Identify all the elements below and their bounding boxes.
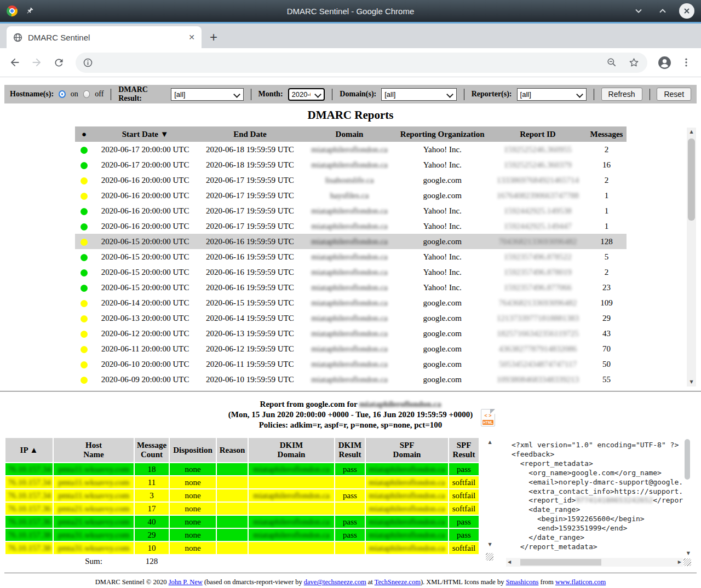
detail-cell-dkim-domain: miataphileroflondon.ca (249, 516, 334, 528)
header-reporting-organization[interactable]: Reporting Organization (396, 126, 489, 142)
scroll-thumb[interactable] (688, 139, 695, 221)
redacted-report-id: 4363827787914832086 (499, 344, 577, 353)
header-messages[interactable]: Messages (587, 126, 626, 142)
report-row[interactable]: 2020-06-09 20:00:00 UTC2020-06-10 19:59:… (75, 372, 627, 387)
report-row[interactable]: 2020-06-16 20:00:00 UTC2020-06-17 19:59:… (75, 188, 627, 203)
header-reason[interactable]: Reason (217, 438, 248, 462)
report-row[interactable]: 2020-06-15 20:00:00 UTC2020-06-16 19:59:… (75, 280, 627, 295)
header-end-date[interactable]: End Date (197, 126, 303, 142)
header-report-id[interactable]: Report ID (489, 126, 587, 142)
info-icon[interactable] (83, 58, 93, 67)
report-row[interactable]: 2020-06-15 20:00:00 UTC2020-06-16 19:59:… (75, 264, 627, 280)
scroll-up-icon[interactable]: ▲ (485, 438, 495, 447)
report-row[interactable]: 2020-06-12 20:00:00 UTC2020-06-13 19:59:… (75, 326, 627, 341)
detail-resize-grip[interactable] (486, 553, 493, 561)
report-cell-report-id: 18257166342356119725 (489, 326, 587, 341)
sum-empty-cell (170, 555, 479, 567)
header-disposition[interactable]: Disposition (170, 438, 216, 462)
footer-link[interactable]: Smashicons (506, 578, 539, 586)
report-row[interactable]: 2020-06-16 20:00:00 UTC2020-06-17 19:59:… (75, 203, 627, 218)
scroll-right-icon[interactable]: ▶ (678, 560, 681, 564)
report-cell-end-date: 2020-06-16 19:59:59 UTC (197, 280, 303, 295)
bookmark-star-icon[interactable] (628, 57, 640, 68)
url-input[interactable] (98, 58, 601, 67)
report-row[interactable]: 2020-06-17 20:00:00 UTC2020-06-18 19:59:… (75, 157, 627, 172)
header-dkim-domain[interactable]: DKIM Domain (249, 438, 334, 462)
xml-horizontal-scrollbar[interactable]: ◀ ▶ (506, 558, 683, 567)
scroll-up-icon[interactable]: ▲ (687, 128, 696, 136)
hostname-off-label[interactable]: off (95, 90, 104, 99)
header-domain[interactable]: Domain (303, 126, 396, 142)
footer-link[interactable]: dave@techsneeze.com (304, 578, 366, 586)
report-cell-messages: 5 (587, 249, 626, 264)
refresh-button[interactable]: Refresh (601, 88, 642, 101)
header-status-dot[interactable]: ● (75, 126, 94, 142)
status-dot-icon (81, 361, 88, 368)
section-divider (0, 391, 701, 392)
report-row[interactable]: 2020-06-15 20:00:00 UTC2020-06-16 19:59:… (75, 249, 627, 264)
hostname-on-radio[interactable] (59, 90, 66, 98)
address-bar[interactable] (76, 53, 647, 73)
detail-cell-disposition: none (170, 529, 216, 541)
reload-button[interactable] (49, 53, 68, 72)
hostname-on-label[interactable]: on (71, 90, 78, 99)
reports-scrollbar[interactable]: ▲ ▼ (687, 128, 696, 387)
header-message-count[interactable]: Message Count (135, 438, 169, 462)
back-button[interactable] (5, 53, 24, 72)
dmarc-result-select[interactable]: [all] (171, 88, 243, 101)
scroll-down-icon[interactable]: ▼ (687, 378, 696, 387)
domain-select[interactable]: [all] (381, 88, 457, 101)
report-row[interactable]: 2020-06-16 20:00:00 UTC2020-06-17 19:59:… (75, 172, 627, 188)
redacted-text: miataphileroflondon.ca (253, 465, 330, 474)
report-row[interactable]: 2020-06-15 20:00:00 UTC2020-06-16 19:59:… (75, 234, 627, 249)
report-row[interactable]: 2020-06-13 20:00:00 UTC2020-06-14 19:59:… (75, 310, 627, 326)
avatar-button[interactable] (655, 53, 674, 72)
sum-empty-cell (5, 555, 53, 567)
xml-resize-grip[interactable] (683, 558, 691, 566)
zoom-out-icon[interactable] (606, 57, 617, 68)
month-select[interactable]: 2020-06 (288, 88, 325, 101)
tab-dmarc-sentinel[interactable]: DMARC Sentinel ✕ (7, 26, 202, 48)
footer-link[interactable]: John P. New (169, 578, 203, 586)
hostname-off-radio[interactable] (83, 90, 90, 98)
scroll-thumb[interactable] (520, 559, 601, 566)
footer-link[interactable]: www.flaticon.com (555, 578, 606, 586)
reset-button[interactable]: Reset (657, 88, 691, 101)
tab-close-icon[interactable]: ✕ (188, 33, 195, 42)
xml-source-panel[interactable]: <?xml version="1.0" encoding="UTF-8" ?> … (506, 437, 691, 567)
scroll-down-icon[interactable]: ▼ (485, 540, 495, 549)
scroll-left-icon[interactable]: ◀ (508, 560, 511, 564)
header-dkim-result[interactable]: DKIM Result (335, 438, 365, 462)
header-start-date[interactable]: Start Date ▼ (93, 126, 197, 142)
report-cell-messages: 50 (587, 356, 626, 372)
scroll-down-icon[interactable]: ▼ (687, 551, 690, 556)
footer-link[interactable]: TechSneeze.com (375, 578, 421, 586)
reporter-select[interactable]: [all] (517, 88, 587, 101)
new-tab-button[interactable]: + (202, 26, 226, 48)
report-cell-org: google.com (396, 326, 489, 341)
header-spf-domain[interactable]: SPF Domain (366, 438, 448, 462)
report-row[interactable]: 2020-06-10 20:00:00 UTC2020-06-11 19:59:… (75, 356, 627, 372)
detail-cell-reason (217, 489, 248, 501)
report-cell-messages: 1 (587, 218, 626, 234)
report-cell-status (75, 157, 94, 172)
report-row[interactable]: 2020-06-16 20:00:00 UTC2020-06-17 19:59:… (75, 218, 627, 234)
window-close-button[interactable] (679, 3, 694, 19)
header-host-name[interactable]: Host Name (54, 438, 134, 462)
window-maximize-button[interactable] (655, 3, 670, 19)
header-ip[interactable]: IP ▲ (5, 438, 53, 462)
scroll-thumb[interactable] (685, 439, 690, 480)
report-row[interactable]: 2020-06-11 20:00:00 UTC2020-06-12 19:59:… (75, 341, 627, 356)
report-row[interactable]: 2020-06-14 20:00:00 UTC2020-06-15 19:59:… (75, 295, 627, 310)
header-spf-result[interactable]: SPF Result (449, 438, 479, 462)
menu-button[interactable] (677, 53, 696, 72)
xml-vertical-scrollbar[interactable]: ▼ (683, 437, 691, 558)
report-cell-start-date: 2020-06-16 20:00:00 UTC (93, 203, 197, 218)
detail-cell-host: pmta11.wksavvy.com (54, 476, 134, 488)
forward-button[interactable] (27, 53, 46, 72)
detail-scrollbar[interactable]: ▲ ▼ (485, 438, 494, 549)
html-file-icon[interactable]: < > HTML (481, 409, 495, 426)
report-row[interactable]: 2020-06-17 20:00:00 UTC2020-06-18 19:59:… (75, 142, 627, 157)
xml-source-text[interactable]: <?xml version="1.0" encoding="UTF-8" ?> … (506, 437, 683, 558)
window-minimize-button[interactable] (631, 3, 646, 19)
